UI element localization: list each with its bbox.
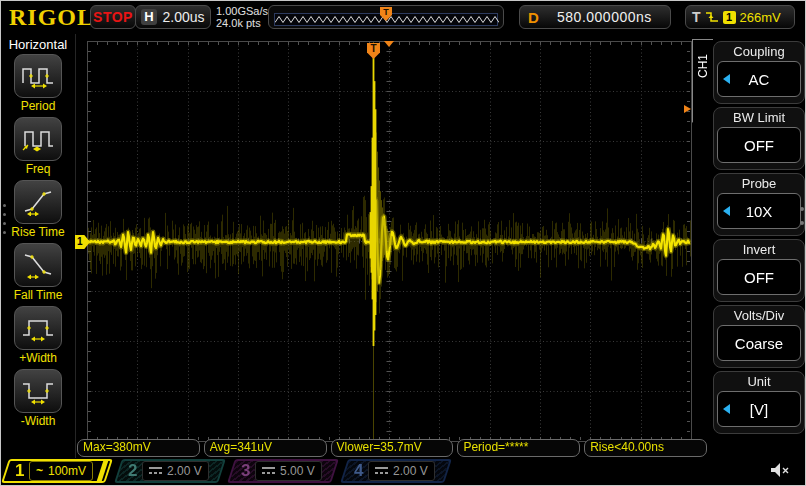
- measurement-rise: Rise<40.00ns: [584, 439, 707, 457]
- channel-4-scale: 2.00 V: [393, 464, 428, 478]
- memory-depth: 24.0k pts: [216, 17, 268, 29]
- menu-item-volts-div[interactable]: Volts/Div Coarse: [713, 305, 805, 368]
- measure-sidebar: Horizontal Period: [1, 34, 76, 458]
- run-state-button[interactable]: STOP: [90, 5, 136, 29]
- sidebar-item-neg-width[interactable]: -Width: [14, 369, 62, 428]
- delay-d-icon: D: [528, 9, 539, 26]
- pos-width-button[interactable]: [14, 306, 62, 350]
- neg-width-icon: [20, 377, 56, 405]
- measurement-max: Max=380mV: [77, 439, 200, 457]
- sidebar-page-dots: [3, 204, 6, 234]
- channel-2-status[interactable]: 2 2.00 V: [114, 459, 226, 483]
- channel-4-status[interactable]: 4 2.00 V: [340, 459, 452, 483]
- dc-coupling-icon: [262, 467, 275, 476]
- channel-3-status[interactable]: 3 5.00 V: [227, 459, 339, 483]
- trigger-source-badge: 1: [723, 11, 736, 24]
- trigger-box[interactable]: T 1 266mV: [685, 5, 795, 29]
- channel-1-status[interactable]: 1 ~ 100mV: [1, 459, 113, 483]
- submenu-arrow-icon: [723, 404, 730, 414]
- run-state-label: STOP: [93, 9, 133, 25]
- sidebar-item-fall-time[interactable]: Fall Time: [14, 243, 63, 302]
- sidebar-item-rise-time[interactable]: Rise Time: [11, 180, 64, 239]
- sidebar-title: Horizontal: [9, 37, 68, 52]
- fall-time-button[interactable]: [14, 243, 62, 287]
- period-icon: [20, 62, 56, 90]
- measurement-vlower: Vlower=35.7mV: [331, 439, 454, 457]
- ac-coupling-icon: ~: [36, 464, 43, 478]
- timebase-box[interactable]: H 2.00us: [135, 5, 211, 29]
- sidebar-item-period[interactable]: Period: [14, 54, 62, 113]
- rise-time-button[interactable]: [14, 180, 62, 224]
- measurement-row: Max=380mV Avg=341uV Vlower=35.7mV Period…: [77, 439, 707, 457]
- dc-coupling-icon: [375, 467, 388, 476]
- trigger-delay-marker-icon[interactable]: [384, 41, 394, 47]
- oscilloscope-screen: RIGOL STOP H 2.00us 1.00GSa/s 24.0k pts …: [0, 0, 806, 486]
- sidebar-item-pos-width[interactable]: +Width: [14, 306, 62, 365]
- freq-button[interactable]: [14, 117, 62, 161]
- neg-width-button[interactable]: [14, 369, 62, 413]
- period-button[interactable]: [14, 54, 62, 98]
- menu-channel-tab: CH1: [692, 39, 713, 148]
- channel-menu: Coupling AC BW Limit OFF Probe 10X Inver…: [713, 41, 805, 437]
- falling-edge-icon: [705, 10, 719, 24]
- delay-value: 580.000000ns: [539, 9, 670, 25]
- menu-page-dots: [800, 207, 804, 225]
- sound-muted-icon: [769, 462, 791, 480]
- trigger-level-arrow-icon[interactable]: [684, 105, 691, 113]
- measurement-period: Period=*****: [457, 439, 580, 457]
- rise-time-icon: [20, 188, 56, 216]
- acquisition-info: 1.00GSa/s 24.0k pts: [216, 5, 268, 29]
- menu-item-bw-limit[interactable]: BW Limit OFF: [713, 107, 805, 170]
- channel-2-scale: 2.00 V: [167, 464, 202, 478]
- timebase-h-icon: H: [141, 9, 157, 25]
- rigol-logo: RIGOL: [9, 4, 94, 31]
- submenu-arrow-icon: [723, 74, 730, 84]
- channel-1-scale: 100mV: [48, 464, 86, 478]
- dc-coupling-icon: [149, 467, 162, 476]
- submenu-arrow-icon: [723, 206, 730, 216]
- menu-item-invert[interactable]: Invert OFF: [713, 239, 805, 302]
- measurement-avg: Avg=341uV: [204, 439, 327, 457]
- horizontal-position-bar[interactable]: T: [268, 5, 504, 29]
- channel-3-scale: 5.00 V: [280, 464, 315, 478]
- channel-status-bar: 1 ~ 100mV 2 2.00 V 3 5.00 V 4 2.00 V: [1, 459, 806, 484]
- menu-item-coupling[interactable]: Coupling AC: [713, 41, 805, 104]
- freq-icon: [20, 125, 56, 153]
- fall-time-icon: [20, 251, 56, 279]
- menu-item-unit[interactable]: Unit [V]: [713, 371, 805, 434]
- sidebar-item-freq[interactable]: Freq: [14, 117, 62, 176]
- delay-box[interactable]: D 580.000000ns: [519, 5, 671, 29]
- timebase-value: 2.00us: [157, 9, 210, 25]
- trigger-t-label: T: [692, 9, 701, 25]
- menu-item-probe[interactable]: Probe 10X: [713, 173, 805, 236]
- trigger-level-value: 266mV: [740, 10, 781, 25]
- waveform-display: [76, 36, 693, 456]
- pos-width-icon: [20, 314, 56, 342]
- sample-rate: 1.00GSa/s: [216, 5, 268, 17]
